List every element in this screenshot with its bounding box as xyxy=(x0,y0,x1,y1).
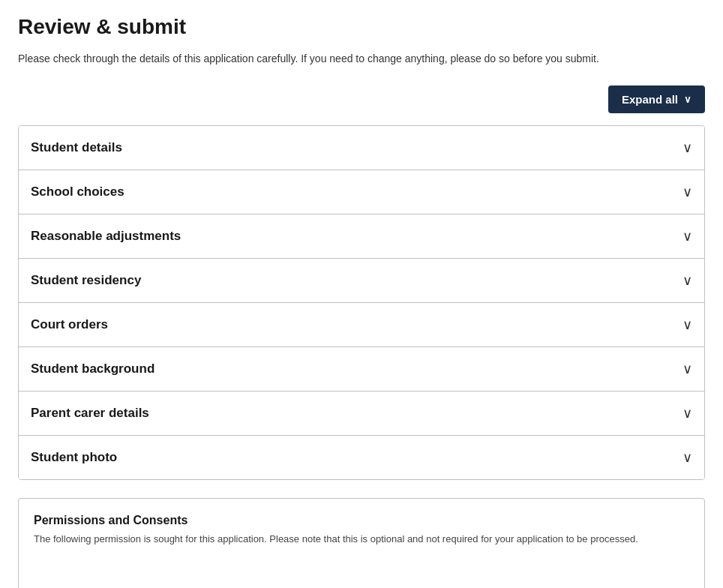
chevron-down-icon: ∨ xyxy=(682,272,692,289)
permissions-title: Permissions and Consents xyxy=(34,514,689,527)
page-description: Please check through the details of this… xyxy=(18,52,705,64)
accordion-label-school-choices: School choices xyxy=(31,184,124,200)
accordion-label-court-orders: Court orders xyxy=(31,317,108,332)
expand-all-button[interactable]: Expand all ∨ xyxy=(608,86,705,113)
chevron-down-icon: ∨ xyxy=(682,361,692,377)
accordion-item-student-background[interactable]: Student background∨ xyxy=(19,347,704,392)
chevron-down-icon: ∨ xyxy=(682,316,692,333)
permissions-box: Permissions and Consents The following p… xyxy=(18,498,705,588)
chevron-down-icon: ∨ xyxy=(684,94,692,105)
chevron-down-icon: ∨ xyxy=(682,449,692,466)
accordion-item-school-choices[interactable]: School choices∨ xyxy=(19,170,704,214)
expand-all-label: Expand all xyxy=(622,93,678,106)
chevron-down-icon: ∨ xyxy=(682,228,692,244)
accordion-item-student-photo[interactable]: Student photo∨ xyxy=(19,436,704,479)
chevron-down-icon: ∨ xyxy=(682,405,692,422)
accordion-label-student-photo: Student photo xyxy=(31,450,117,465)
chevron-down-icon: ∨ xyxy=(682,140,692,156)
accordion-label-student-background: Student background xyxy=(31,362,154,376)
expand-all-row: Expand all ∨ xyxy=(18,86,705,113)
accordion-item-student-details[interactable]: Student details∨ xyxy=(19,126,704,170)
accordion-item-reasonable-adjustments[interactable]: Reasonable adjustments∨ xyxy=(19,214,704,259)
accordion-item-court-orders[interactable]: Court orders∨ xyxy=(19,303,704,347)
chevron-down-icon: ∨ xyxy=(682,184,692,200)
permissions-description: The following permission is sought for t… xyxy=(34,533,689,544)
accordion-label-student-residency: Student residency xyxy=(31,273,141,288)
accordion-container: Student details∨School choices∨Reasonabl… xyxy=(18,125,705,480)
accordion-label-reasonable-adjustments: Reasonable adjustments xyxy=(31,229,181,244)
accordion-label-parent-carer-details: Parent carer details xyxy=(31,406,149,421)
page-title: Review & submit xyxy=(18,15,705,39)
accordion-item-student-residency[interactable]: Student residency∨ xyxy=(19,259,704,303)
accordion-label-student-details: Student details xyxy=(31,140,122,155)
accordion-item-parent-carer-details[interactable]: Parent carer details∨ xyxy=(19,392,704,436)
